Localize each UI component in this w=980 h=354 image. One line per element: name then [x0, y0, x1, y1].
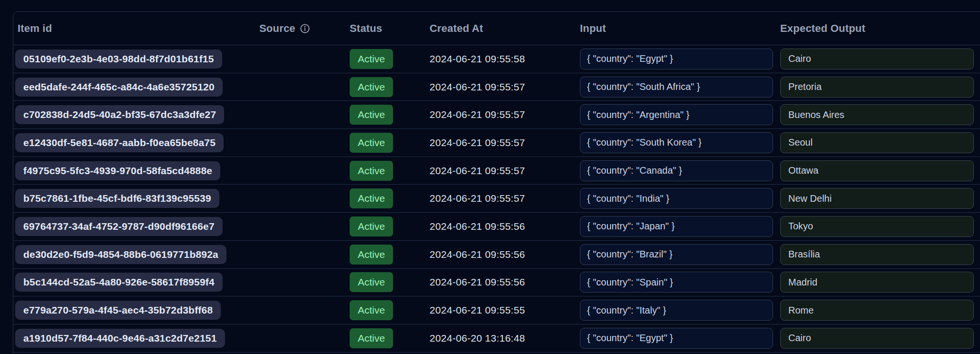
expected-output-field[interactable]: Seoul — [780, 132, 974, 153]
item-id-pill[interactable]: a1910d57-7f84-440c-9e46-a31c2d7e2151 — [15, 329, 225, 348]
status-badge: Active — [350, 328, 393, 348]
item-id-pill[interactable]: eed5dafe-244f-465c-a84c-4a6e35725120 — [15, 78, 223, 97]
table-cell: { "country": "South Korea" } — [580, 132, 780, 153]
status-badge: Active — [350, 300, 393, 320]
table-cell: 2024-06-21 09:55:56 — [430, 276, 580, 288]
table-cell: Active — [350, 49, 430, 69]
input-field[interactable]: { "country": "Egypt" } — [580, 328, 773, 349]
table-cell: Cairo — [780, 49, 975, 69]
item-id-pill[interactable]: e12430df-5e81-4687-aabb-f0ea65be8a75 — [15, 133, 224, 152]
expected-output-field[interactable]: Madrid — [780, 272, 974, 293]
table-cell: 2024-06-21 09:55:57 — [430, 165, 580, 177]
table-row[interactable]: f4975c95-5fc3-4939-970d-58fa5cd4888eActi… — [13, 157, 980, 185]
table-row[interactable]: b5c144cd-52a5-4a80-926e-58617f8959f4Acti… — [13, 269, 980, 297]
item-id-pill[interactable]: b75c7861-1fbe-45cf-bdf6-83f139c95539 — [15, 189, 219, 208]
input-field[interactable]: { "country": "Japan" } — [580, 216, 773, 237]
table-cell: Active — [350, 272, 430, 292]
table-row[interactable]: c702838d-24d5-40a2-bf35-67dc3a3dfe27Acti… — [13, 101, 980, 129]
expected-output-field[interactable]: Pretoria — [780, 77, 974, 98]
created-at-value: 2024-06-21 09:55:57 — [430, 137, 580, 148]
status-badge: Active — [350, 245, 393, 265]
expected-output-field[interactable]: Buenos Aires — [780, 104, 974, 125]
table-cell: Buenos Aires — [780, 104, 975, 125]
table-cell: a1910d57-7f84-440c-9e46-a31c2d7e2151 — [13, 329, 259, 348]
status-badge: Active — [350, 161, 393, 181]
status-badge: Active — [350, 105, 393, 125]
expected-output-field[interactable]: Rome — [780, 300, 974, 321]
input-field[interactable]: { "country": "Canada" } — [580, 160, 773, 181]
created-at-value: 2024-06-21 09:55:57 — [430, 81, 580, 93]
status-badge: Active — [350, 272, 393, 292]
table-cell: 2024-06-21 09:55:56 — [430, 249, 580, 260]
table-cell: f4975c95-5fc3-4939-970d-58fa5cd4888e — [13, 161, 259, 180]
item-id-pill[interactable]: 69764737-34af-4752-9787-d90df96166e7 — [15, 217, 223, 236]
column-header-label: Input — [580, 22, 606, 35]
table-cell: Madrid — [780, 272, 975, 293]
table-cell: Active — [350, 188, 430, 208]
table-cell: Active — [350, 245, 430, 265]
expected-output-field[interactable]: Ottawa — [780, 160, 974, 181]
table-cell: Tokyo — [780, 216, 975, 237]
created-at-value: 2024-06-21 09:55:58 — [430, 53, 580, 65]
item-id-pill[interactable]: e779a270-579a-4f45-aec4-35b72d3bff68 — [15, 301, 221, 320]
column-header-expected_output: Expected Output — [780, 22, 975, 35]
input-field[interactable]: { "country": "Italy" } — [580, 300, 773, 321]
table-row[interactable]: eed5dafe-244f-465c-a84c-4a6e35725120Acti… — [13, 73, 980, 101]
table-cell: 2024-06-21 09:55:55 — [430, 305, 580, 316]
table-cell: { "country": "Japan" } — [580, 216, 780, 237]
table-row[interactable]: e12430df-5e81-4687-aabb-f0ea65be8a75Acti… — [13, 129, 980, 157]
column-header-label: Item id — [18, 22, 52, 35]
table-cell: 05109ef0-2e3b-4e03-98dd-8f7d01b61f15 — [13, 49, 259, 69]
table-cell: Rome — [780, 300, 975, 321]
created-at-value: 2024-06-21 09:55:56 — [430, 249, 580, 260]
column-header-label: Created At — [430, 22, 483, 35]
input-field[interactable]: { "country": "Egypt" } — [580, 49, 773, 69]
table-cell: { "country": "Spain" } — [580, 272, 780, 293]
item-id-pill[interactable]: b5c144cd-52a5-4a80-926e-58617f8959f4 — [15, 273, 223, 292]
table-cell: Active — [350, 77, 430, 97]
table-cell: { "country": "Canada" } — [580, 160, 780, 181]
expected-output-field[interactable]: Cairo — [780, 328, 974, 349]
column-header-source: Source — [259, 22, 350, 35]
column-header-item_id: Item id — [13, 22, 259, 35]
input-field[interactable]: { "country": "Argentina" } — [580, 104, 773, 125]
column-header-input: Input — [580, 22, 780, 35]
item-id-pill[interactable]: f4975c95-5fc3-4939-970d-58fa5cd4888e — [15, 161, 220, 180]
table-cell: Pretoria — [780, 77, 975, 98]
table-row[interactable]: 05109ef0-2e3b-4e03-98dd-8f7d01b61f15Acti… — [13, 45, 980, 73]
expected-output-field[interactable]: Cairo — [780, 49, 974, 69]
table-row[interactable]: de30d2e0-f5d9-4854-88b6-0619771b892aActi… — [13, 241, 980, 269]
table-cell: Seoul — [780, 132, 975, 153]
table-cell: { "country": "Argentina" } — [580, 104, 780, 125]
created-at-value: 2024-06-21 09:55:56 — [430, 276, 580, 288]
input-field[interactable]: { "country": "India" } — [580, 188, 773, 209]
item-id-pill[interactable]: c702838d-24d5-40a2-bf35-67dc3a3dfe27 — [15, 105, 224, 124]
table-cell: b75c7861-1fbe-45cf-bdf6-83f139c95539 — [13, 189, 259, 208]
table-cell: { "country": "Italy" } — [580, 300, 780, 321]
item-id-pill[interactable]: 05109ef0-2e3b-4e03-98dd-8f7d01b61f15 — [15, 49, 222, 69]
input-field[interactable]: { "country": "Spain" } — [580, 272, 773, 293]
expected-output-field[interactable]: New Delhi — [780, 188, 974, 209]
table-cell: e779a270-579a-4f45-aec4-35b72d3bff68 — [13, 301, 259, 320]
input-field[interactable]: { "country": "South Korea" } — [580, 132, 773, 153]
status-badge: Active — [350, 133, 393, 153]
input-field[interactable]: { "country": "South Africa" } — [580, 77, 773, 98]
table-row[interactable]: 69764737-34af-4752-9787-d90df96166e7Acti… — [13, 213, 980, 241]
table-cell: Ottawa — [780, 160, 975, 181]
table-cell: Active — [350, 133, 430, 153]
expected-output-field[interactable]: Tokyo — [780, 216, 974, 237]
dataset-items-page: Item idSourceStatusCreated AtInputExpect… — [0, 0, 980, 354]
info-icon[interactable] — [300, 23, 310, 34]
table-cell: 2024-06-20 13:16:48 — [430, 333, 580, 344]
table-cell: 2024-06-21 09:55:58 — [430, 53, 580, 65]
expected-output-field[interactable]: Brasília — [780, 244, 974, 265]
table-cell: 2024-06-21 09:55:57 — [430, 81, 580, 93]
table-row[interactable]: b75c7861-1fbe-45cf-bdf6-83f139c95539Acti… — [13, 185, 980, 213]
table-row[interactable]: e779a270-579a-4f45-aec4-35b72d3bff68Acti… — [13, 296, 980, 324]
status-badge: Active — [350, 49, 393, 69]
item-id-pill[interactable]: de30d2e0-f5d9-4854-88b6-0619771b892a — [15, 245, 226, 264]
table-cell: { "country": "India" } — [580, 188, 780, 209]
table-cell: 2024-06-21 09:55:57 — [430, 137, 580, 148]
table-row[interactable]: a1910d57-7f84-440c-9e46-a31c2d7e2151Acti… — [13, 324, 980, 353]
input-field[interactable]: { "country": "Brazil" } — [580, 244, 773, 265]
